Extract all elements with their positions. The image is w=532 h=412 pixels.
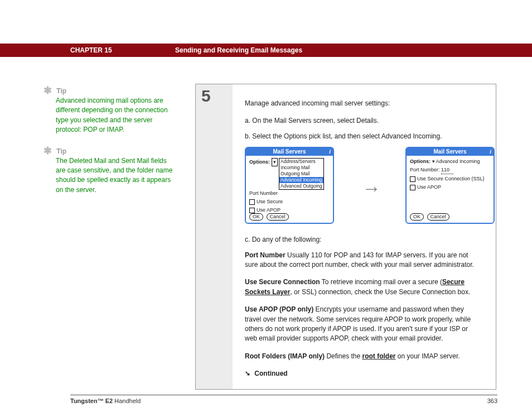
options-label: Options: xyxy=(410,159,431,164)
dd-item[interactable]: Advanced Outgoing xyxy=(279,183,323,189)
detail-ssl-post: , or SSL) connection, check the Use Secu… xyxy=(290,288,470,296)
header-band: CHAPTER 15 Sending and Receiving Email M… xyxy=(0,44,532,57)
step-b: Select the Options pick list, and then s… xyxy=(245,132,481,141)
checkbox-ssl[interactable] xyxy=(249,199,255,205)
continued-arrow-icon: ➘ xyxy=(245,369,250,379)
apop-label: Use APOP xyxy=(417,184,441,190)
device-buttons: OK Cancel xyxy=(410,213,451,221)
detail-root-pre: Defines the xyxy=(325,352,362,360)
asterisk-icon: ✱ xyxy=(43,147,55,154)
detail-port-label: Port Number xyxy=(245,251,286,259)
chapter-label: CHAPTER 15 xyxy=(70,46,164,54)
page-area: ✱ Tip Advanced incoming mail options are… xyxy=(0,57,532,396)
detail-apop-label: Use APOP (POP only) xyxy=(245,305,313,313)
step-a: On the Mail Servers screen, select Detai… xyxy=(245,116,481,126)
tip-body: The Deleted Mail and Sent Mail fields ar… xyxy=(56,156,173,195)
options-dropdown-trigger[interactable]: ▾ xyxy=(432,159,435,164)
ok-button[interactable]: OK xyxy=(249,213,263,221)
step-number: 5 xyxy=(201,87,217,106)
options-dropdown-list[interactable]: Address/Servers Incoming Mail Outgoing M… xyxy=(279,158,324,190)
root-folder-link[interactable]: root folder xyxy=(362,352,395,360)
tip-block: ✱ Tip The Deleted Mail and Sent Mail fie… xyxy=(56,147,173,195)
step-content: Manage advanced incoming mail server set… xyxy=(233,84,496,389)
step-intro: Manage advanced incoming mail server set… xyxy=(245,99,481,108)
detail-port: Port Number Usually 110 for POP and 143 … xyxy=(245,251,481,270)
detail-root: Root Folders (IMAP only) Defines the roo… xyxy=(245,352,481,361)
tip-block: ✱ Tip Advanced incoming mail options are… xyxy=(56,87,173,135)
dd-item-selected[interactable]: Advanced Incoming xyxy=(279,177,323,183)
ssl-label: Use Secure xyxy=(257,199,283,204)
tip-label: Tip xyxy=(56,147,66,155)
tip-body: Advanced incoming mail options are diffe… xyxy=(56,96,173,135)
device-body: Options: ▾ Address/Servers Incoming Mail… xyxy=(246,156,333,215)
device-buttons: OK Cancel xyxy=(249,213,291,221)
options-dropdown-trigger[interactable]: ▾ xyxy=(272,158,278,166)
port-label: Port Number: xyxy=(410,167,440,173)
info-icon: i xyxy=(329,148,331,156)
checkbox-apop[interactable] xyxy=(410,185,415,190)
detail-root-post: on your IMAP server. xyxy=(395,352,460,360)
options-value: Advanced Incoming xyxy=(436,159,480,164)
device-title: Mail Servers xyxy=(273,148,306,155)
asterisk-icon: ✱ xyxy=(43,87,55,94)
tip-label: Tip xyxy=(56,87,66,95)
main-panel: 5 Manage advanced incoming mail server s… xyxy=(195,84,496,390)
page-header-title: Sending and Receiving Email Messages xyxy=(175,46,302,54)
device-body: Options: ▾ Advanced Incoming Port Number… xyxy=(407,156,494,192)
dd-item[interactable]: Address/Servers xyxy=(279,159,323,165)
checkbox-ssl[interactable] xyxy=(410,176,415,182)
cancel-button[interactable]: Cancel xyxy=(427,213,449,221)
tips-column: ✱ Tip Advanced incoming mail options are… xyxy=(56,87,173,207)
cancel-button[interactable]: Cancel xyxy=(267,213,289,221)
device-screenshot-right: Mail Servers i Options: ▾ Advanced Incom… xyxy=(405,147,495,224)
ok-button[interactable]: OK xyxy=(410,213,424,221)
detail-root-label: Root Folders (IMAP only) xyxy=(245,352,325,360)
apop-label: Use APOP xyxy=(257,207,280,213)
device-title: Mail Servers xyxy=(434,148,467,155)
device-titlebar: Mail Servers i xyxy=(246,148,333,156)
dd-item[interactable]: Incoming Mail xyxy=(279,165,323,171)
page-number: 363 xyxy=(487,397,497,404)
options-label: Options: xyxy=(249,159,270,165)
continued-row: ➘ Continued xyxy=(245,369,481,379)
product-bold: Tungsten™ E2 xyxy=(70,397,113,404)
product-name: Tungsten™ E2 Handheld xyxy=(70,397,141,404)
info-icon: i xyxy=(490,148,491,156)
arrow-icon: → xyxy=(362,175,381,202)
detail-ssl-label: Use Secure Connection xyxy=(245,278,320,286)
detail-ssl: Use Secure Connection To retrieve incomi… xyxy=(245,277,481,297)
ssl-label: Use Secure Connection (SSL) xyxy=(417,176,485,181)
product-rest: Handheld xyxy=(113,397,141,404)
footer: Tungsten™ E2 Handheld 363 xyxy=(70,395,497,404)
screenshots-row: Mail Servers i Options: ▾ Address/Server… xyxy=(245,147,481,225)
device-screenshot-left: Mail Servers i Options: ▾ Address/Server… xyxy=(245,147,334,224)
continued-label: Continued xyxy=(254,370,287,377)
checkbox-apop[interactable] xyxy=(249,208,255,213)
port-label: Port Number xyxy=(249,190,278,196)
port-value[interactable]: 110 xyxy=(441,166,453,174)
detail-apop: Use APOP (POP only) Encrypts your userna… xyxy=(245,305,481,344)
dd-item[interactable]: Outgoing Mail xyxy=(279,171,323,177)
detail-ssl-pre: To retrieve incoming mail over a secure … xyxy=(320,278,442,286)
device-titlebar: Mail Servers i xyxy=(407,148,494,156)
step-c: Do any of the following: xyxy=(245,235,481,245)
